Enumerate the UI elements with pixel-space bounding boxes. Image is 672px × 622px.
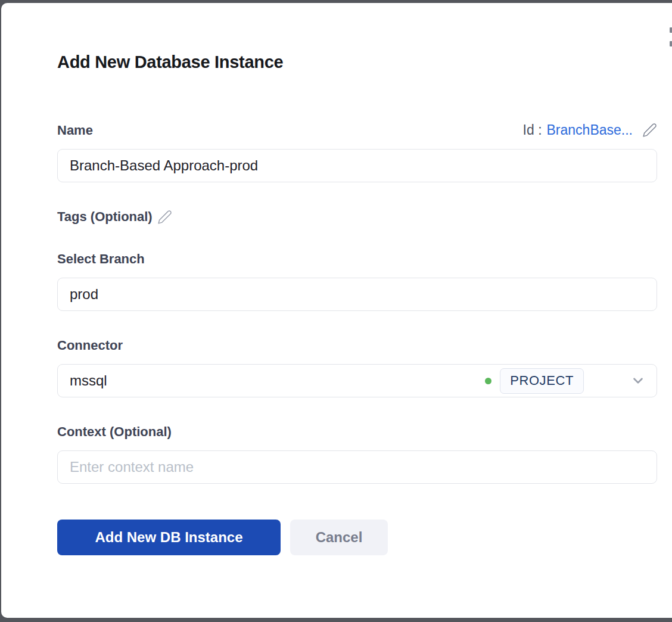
add-db-instance-button[interactable]: Add New DB Instance <box>57 520 281 555</box>
cancel-button[interactable]: Cancel <box>290 520 388 555</box>
connector-label: Connector <box>57 338 657 353</box>
chevron-down-icon[interactable] <box>630 373 646 388</box>
name-input[interactable] <box>57 149 657 182</box>
context-input[interactable] <box>57 450 657 484</box>
add-db-instance-dialog: Add New Database Instance Name Id : Bran… <box>1 3 672 618</box>
context-label: Context (Optional) <box>57 424 657 440</box>
status-dot-icon <box>485 378 491 384</box>
page-title: Add New Database Instance <box>57 52 657 72</box>
tags-label: Tags (Optional) <box>57 209 153 225</box>
branch-input[interactable] <box>57 278 657 311</box>
name-label: Name <box>57 123 93 138</box>
clipped-close-icon[interactable] <box>670 27 672 55</box>
connector-value: mssql <box>70 372 107 389</box>
branch-label: Select Branch <box>57 251 657 267</box>
id-prefix-label: Id : <box>523 122 542 138</box>
edit-id-pencil-icon[interactable] <box>642 123 657 138</box>
connector-select[interactable]: mssql PROJECT <box>57 364 657 397</box>
edit-tags-pencil-icon[interactable] <box>157 210 172 225</box>
project-badge: PROJECT <box>500 368 584 394</box>
id-value-link[interactable]: BranchBase... <box>547 122 633 138</box>
